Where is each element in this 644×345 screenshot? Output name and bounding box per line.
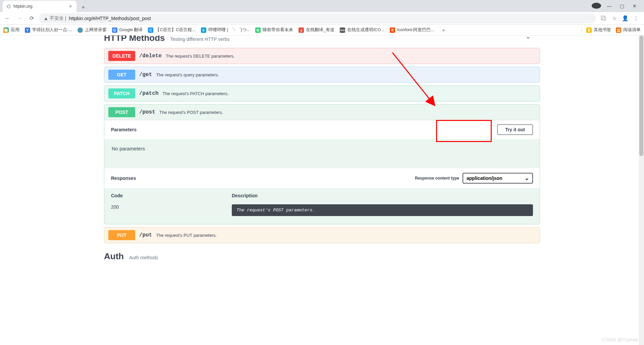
- globe-icon: 🌐: [77, 27, 83, 33]
- bookmark-icon: If: [390, 27, 395, 33]
- section-desc: Testing different HTTP verbs: [170, 37, 230, 42]
- maximize-icon[interactable]: ▢: [617, 3, 627, 9]
- new-tab-button[interactable]: +: [78, 3, 88, 12]
- section-header-auth[interactable]: Auth Auth methods: [104, 251, 540, 264]
- op-summary: The request's PATCH parameters.: [163, 91, 229, 96]
- address-bar: ← → ⟳ ▲ 不安全 | httpbin.org/#/HTTP_Methods…: [0, 12, 644, 25]
- responses-label: Responses: [111, 176, 136, 181]
- op-summary: The request's query parameters.: [156, 72, 219, 77]
- insecure-badge[interactable]: ▲ 不安全 |: [44, 15, 66, 21]
- response-desc: The request's POST parameters.: [232, 204, 533, 216]
- bookmark-icon: Y: [25, 27, 30, 33]
- op-path: /delete: [139, 53, 162, 59]
- response-code: 200: [111, 204, 232, 216]
- op-path: /put: [139, 232, 152, 238]
- op-summary: The request's PUT parameters.: [156, 233, 217, 238]
- tab-title: httpbin.org: [13, 4, 66, 9]
- bookmark-item[interactable]: y在线翻译_有道: [299, 27, 334, 33]
- watermark: CSDN @Y-peak: [602, 337, 638, 342]
- section-title: HTTP Methods: [104, 36, 165, 43]
- bookmark-overflow[interactable]: »: [442, 28, 445, 32]
- reading-icon: 🕮: [616, 27, 621, 33]
- profile-icon[interactable]: 👤: [622, 15, 629, 22]
- warning-icon: ▲: [44, 16, 48, 21]
- other-bookmarks[interactable]: ▮其他书签: [586, 27, 611, 33]
- bookmark-icon: C: [148, 27, 153, 33]
- section-header[interactable]: HTTP Methods Testing different HTTP verb…: [104, 36, 540, 45]
- op-post-head[interactable]: POST /post The request's POST parameters…: [104, 105, 540, 120]
- window-controls: — ▢ ✕: [592, 0, 644, 12]
- browser-tab[interactable]: ⌬ httpbin.org ×: [3, 1, 76, 12]
- method-badge-put: PUT: [108, 230, 135, 240]
- apps-button[interactable]: ▦ 应用: [3, 27, 19, 33]
- translate-icon[interactable]: ⿻: [600, 15, 607, 22]
- method-badge-patch: PATCH: [108, 88, 135, 98]
- bookmark-item[interactable]: b哔哩哔哩 ( ゜- ゜)つ...: [201, 27, 250, 33]
- method-badge-delete: DELETE: [108, 51, 135, 61]
- minimize-icon[interactable]: —: [604, 3, 614, 9]
- browser-tab-bar: ⌬ httpbin.org × + — ▢ ✕: [0, 0, 644, 12]
- scrollbar-thumb[interactable]: [639, 36, 643, 156]
- chevron-down-icon[interactable]: ⌄: [526, 36, 531, 40]
- bookmark-item[interactable]: IfIconfont-阿里巴巴...: [390, 27, 434, 33]
- reading-list[interactable]: 🕮阅读清单: [616, 27, 641, 33]
- page-content: HTTP Methods Testing different HTTP verb…: [0, 36, 644, 345]
- op-patch[interactable]: PATCH /patch The request's PATCH paramet…: [104, 85, 540, 101]
- op-path: /get: [139, 72, 152, 78]
- bookmark-icon: ico: [340, 27, 345, 33]
- url-text: httpbin.org/#/HTTP_Methods/post_post: [69, 16, 151, 21]
- method-badge-post: POST: [108, 107, 135, 117]
- url-input[interactable]: ▲ 不安全 | httpbin.org/#/HTTP_Methods/post_…: [39, 13, 596, 23]
- content-type-select[interactable]: application/json: [463, 173, 533, 184]
- op-get[interactable]: GET /get The request's query parameters.: [104, 67, 540, 83]
- code-header: Code: [111, 193, 232, 198]
- op-path: /post: [139, 109, 155, 115]
- parameters-bar: Parameters Try it out: [104, 120, 540, 139]
- bookmark-icon: ◎: [255, 27, 261, 33]
- reload-button[interactable]: ⟳: [27, 14, 36, 23]
- method-badge-get: GET: [108, 70, 135, 80]
- close-icon[interactable]: ×: [68, 4, 73, 9]
- op-put[interactable]: PUT /put The request's PUT parameters.: [104, 227, 540, 243]
- desc-header: Description: [232, 193, 258, 198]
- parameters-label: Parameters: [111, 127, 137, 132]
- tab-favicon: ⌬: [6, 4, 11, 9]
- bookmark-icon: G: [112, 27, 117, 33]
- auth-title: Auth: [104, 251, 124, 262]
- content-type-label: Response content type: [415, 176, 459, 181]
- bookmark-icon: y: [299, 27, 304, 33]
- bookmark-item[interactable]: GGoogle 翻译: [112, 27, 143, 33]
- try-it-out-button[interactable]: Try it out: [497, 124, 533, 135]
- op-post: POST /post The request's POST parameters…: [104, 104, 540, 224]
- bookmark-item[interactable]: 🌐上网登录窗: [77, 27, 107, 33]
- folder-icon: ▮: [586, 27, 592, 33]
- scrollbar[interactable]: [639, 36, 644, 345]
- op-summary: The request's DELETE parameters.: [166, 54, 235, 59]
- op-summary: The request's POST parameters.: [159, 110, 223, 115]
- op-delete[interactable]: DELETE /delete The request's DELETE para…: [104, 48, 540, 64]
- response-row: 200 The request's POST parameters.: [111, 204, 533, 216]
- apps-icon: ▦: [3, 27, 9, 33]
- no-parameters-text: No parameters: [104, 139, 540, 168]
- op-path: /patch: [139, 90, 159, 96]
- responses-bar: Responses Response content type applicat…: [104, 168, 540, 188]
- forward-button[interactable]: →: [15, 14, 24, 23]
- extension-icon[interactable]: [592, 3, 601, 10]
- bookmark-item[interactable]: ◎睡前带你看未来: [255, 27, 293, 33]
- auth-desc: Auth methods: [129, 255, 158, 260]
- bookmark-item[interactable]: C【C语言】C语言程...: [148, 27, 195, 33]
- closewin-icon[interactable]: ✕: [630, 3, 639, 9]
- bookmark-icon: b: [201, 27, 206, 33]
- menu-icon[interactable]: ⋮: [633, 15, 639, 22]
- bookmark-item[interactable]: Y学得比别人好一点-...: [25, 27, 72, 33]
- back-button[interactable]: ←: [3, 14, 12, 23]
- op-post-body: Parameters Try it out No parameters Resp…: [104, 120, 540, 224]
- star-icon[interactable]: ☆: [611, 15, 618, 22]
- bookmark-item[interactable]: ico在线生成透明ICO...: [340, 27, 384, 33]
- bookmark-bar: ▦ 应用 Y学得比别人好一点-... 🌐上网登录窗 GGoogle 翻译 C【C…: [0, 25, 644, 36]
- responses-table: Code Description 200 The request's POST …: [104, 188, 540, 224]
- separator: [581, 27, 582, 33]
